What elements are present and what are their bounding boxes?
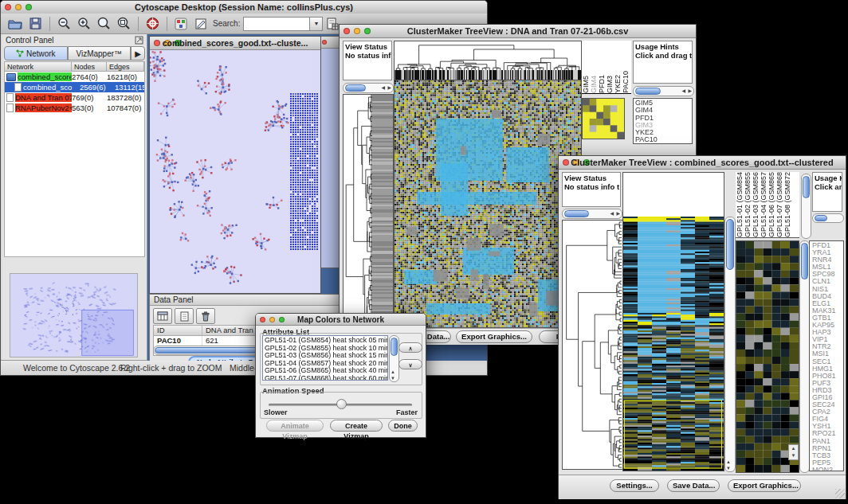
h-scrollbar[interactable] bbox=[812, 213, 844, 223]
treeview1-titlebar[interactable]: ClusterMaker TreeView : DNA and Tran 07-… bbox=[340, 25, 696, 38]
nodes-column-header[interactable]: Nodes bbox=[72, 62, 107, 72]
scrollbar-thumb[interactable] bbox=[564, 210, 589, 217]
main-window-title: Cytoscape Desktop (Session Name: collins… bbox=[1, 2, 487, 12]
scroll-arrow-buttons[interactable]: ▲▼ bbox=[788, 444, 799, 460]
h-scrollbar[interactable]: ◀ ▶ bbox=[343, 83, 394, 93]
network-overview-thumbnail[interactable] bbox=[10, 273, 138, 357]
row-label[interactable]: PAC10 bbox=[635, 136, 692, 143]
scrollbar-thumb[interactable] bbox=[726, 219, 734, 270]
zoom-selected-button[interactable] bbox=[94, 15, 113, 33]
save-data-button[interactable]: Save Data... bbox=[667, 479, 720, 492]
scroll-up-icon[interactable]: ▲ bbox=[391, 369, 395, 374]
scroll-left-icon[interactable]: ◀ bbox=[681, 87, 685, 95]
attribute-list-item[interactable]: GPL51-07 (GSM868) heat shock 60 min bbox=[265, 375, 387, 381]
main-titlebar[interactable]: Cytoscape Desktop (Session Name: collins… bbox=[1, 1, 487, 14]
network-view-title: combined_scores_good.txt--cluste... bbox=[150, 38, 320, 48]
search-input[interactable] bbox=[243, 17, 310, 31]
dialog-titlebar[interactable]: Map Colors to Network bbox=[256, 314, 426, 326]
scroll-up-icon[interactable]: ▲ bbox=[726, 459, 731, 464]
network-view-titlebar[interactable]: combined_scores_good.txt--cluste... bbox=[150, 37, 320, 50]
network-table-header[interactable]: Network Nodes Edges bbox=[5, 62, 144, 72]
id-column-header[interactable]: ID bbox=[154, 326, 202, 335]
column-label[interactable]: GPL51-07 (GSM868) bbox=[775, 172, 783, 237]
move-down-button[interactable]: ∨ bbox=[398, 359, 422, 369]
usage-hints-title: Usage Hints bbox=[635, 42, 679, 51]
scroll-right-icon[interactable]: ▶ bbox=[688, 87, 692, 95]
scrollbar-thumb[interactable] bbox=[635, 88, 661, 95]
scrollbar-thumb[interactable] bbox=[803, 176, 810, 198]
network-canvas[interactable] bbox=[150, 50, 319, 291]
scroll-down-icon[interactable]: ▼ bbox=[726, 466, 731, 471]
export-graphics-button[interactable]: Export Graphics... bbox=[728, 479, 801, 492]
column-dendrogram[interactable] bbox=[394, 41, 582, 71]
scroll-right-icon[interactable]: ▶ bbox=[616, 209, 620, 217]
vizmapper-icon[interactable] bbox=[171, 15, 190, 33]
row-dendrogram[interactable] bbox=[343, 94, 394, 327]
column-label[interactable]: GPL51-01 (GSM854) bbox=[736, 172, 744, 237]
scrollbar-thumb[interactable] bbox=[391, 338, 398, 356]
column-label[interactable]: PFD1 bbox=[598, 75, 606, 93]
row-dendrogram[interactable] bbox=[562, 220, 624, 470]
column-label[interactable]: GPL51-06 (GSM865) bbox=[768, 172, 775, 237]
new-attribute-button[interactable] bbox=[175, 308, 194, 324]
tab-vizmapper[interactable]: VizMapper™ bbox=[68, 46, 132, 61]
scroll-right-icon[interactable]: ▶ bbox=[387, 84, 391, 92]
select-attributes-button[interactable] bbox=[153, 308, 172, 324]
heatmap-main[interactable] bbox=[394, 80, 582, 328]
network-column-header[interactable]: Network bbox=[5, 62, 72, 72]
network-table-row[interactable]: combined_sco 2569(6) 13112(15) bbox=[5, 82, 144, 92]
heatmap-v-scrollbar[interactable]: ▲ ▼ bbox=[724, 217, 736, 472]
edges-column-header[interactable]: Edges bbox=[107, 62, 144, 72]
heatmap-zoom-view[interactable] bbox=[736, 240, 799, 473]
gene-label[interactable]: MON2 bbox=[812, 467, 843, 471]
create-vizmap-button[interactable]: Create Vizmap bbox=[330, 420, 383, 432]
column-label[interactable]: GIM3 bbox=[606, 76, 614, 93]
animate-vizmap-button[interactable]: Animate Vizmap bbox=[266, 420, 324, 432]
save-session-button[interactable] bbox=[26, 15, 45, 33]
lifesaver-icon[interactable] bbox=[143, 15, 162, 33]
zoom-out-button[interactable] bbox=[54, 15, 73, 33]
annotation-icon[interactable] bbox=[191, 15, 210, 33]
delete-attribute-trash-button[interactable] bbox=[196, 308, 215, 324]
column-label[interactable]: GPL51-04 (GSM857) bbox=[760, 172, 768, 237]
scrollbar-thumb[interactable] bbox=[801, 243, 808, 279]
scrollbar-thumb[interactable] bbox=[815, 215, 827, 221]
column-label[interactable]: GIM4 bbox=[590, 76, 598, 93]
tabs-overflow-button[interactable]: ▶ bbox=[131, 46, 145, 61]
open-session-button[interactable] bbox=[6, 15, 25, 33]
network-icon bbox=[16, 49, 24, 57]
attribute-list[interactable]: GPL51-01 (GSM854) heat shock 05 minGPL51… bbox=[262, 335, 388, 381]
scroll-left-icon[interactable]: ◀ bbox=[610, 209, 614, 217]
column-label[interactable]: GPL51-08 (GSM872) bbox=[783, 172, 791, 237]
column-label[interactable]: GPL51-02 (GSM855) bbox=[744, 172, 752, 237]
zoom-in-button[interactable] bbox=[74, 15, 93, 33]
resize-grip[interactable] bbox=[835, 489, 845, 498]
network-table-row[interactable]: RNAPuberNov2+ 563(0) 107847(0) bbox=[5, 103, 144, 113]
attribute-list-scrollbar[interactable]: ▲ ▼ bbox=[389, 335, 399, 382]
search-dropdown-arrow-icon[interactable]: ▼ bbox=[310, 17, 323, 31]
column-label[interactable]: PAC10 bbox=[622, 71, 630, 93]
heatmap-main[interactable] bbox=[622, 217, 724, 471]
treeview2-titlebar[interactable]: ClusterMaker TreeView : combined_scores_… bbox=[559, 156, 846, 170]
scroll-left-icon[interactable]: ◀ bbox=[381, 84, 385, 92]
labels-v-scrollbar[interactable] bbox=[801, 174, 811, 239]
scroll-down-icon[interactable]: ▼ bbox=[391, 376, 395, 381]
network-table-row[interactable]: DNA and Tran 07 769(0) 183728(0) bbox=[5, 92, 144, 103]
scrollbar-thumb[interactable] bbox=[345, 84, 366, 92]
search-combobox[interactable]: ▼ bbox=[243, 17, 323, 31]
done-button[interactable]: Done bbox=[388, 420, 418, 432]
h-scrollbar[interactable]: ◀ ▶ bbox=[633, 86, 694, 96]
column-label[interactable]: YKE2 bbox=[614, 75, 622, 93]
column-label[interactable]: GIM5 bbox=[582, 76, 590, 93]
network-table-row[interactable]: combined_scores 2764(0) 16218(0) bbox=[5, 72, 144, 82]
speed-slider-thumb[interactable] bbox=[336, 399, 347, 409]
correlation-mini-heatmap[interactable] bbox=[582, 98, 625, 139]
zoom-fit-button[interactable] bbox=[114, 15, 133, 33]
float-panel-icon[interactable] bbox=[135, 36, 143, 45]
move-up-button[interactable]: ∧ bbox=[398, 342, 422, 353]
tab-network[interactable]: Network bbox=[4, 46, 68, 61]
column-label[interactable]: GPL51-03 (GSM856) bbox=[752, 172, 760, 237]
export-graphics-button[interactable]: Export Graphics... bbox=[456, 330, 532, 343]
settings-button[interactable]: Settings... bbox=[610, 479, 659, 492]
h-scrollbar[interactable]: ◀ ▶ bbox=[562, 209, 622, 219]
